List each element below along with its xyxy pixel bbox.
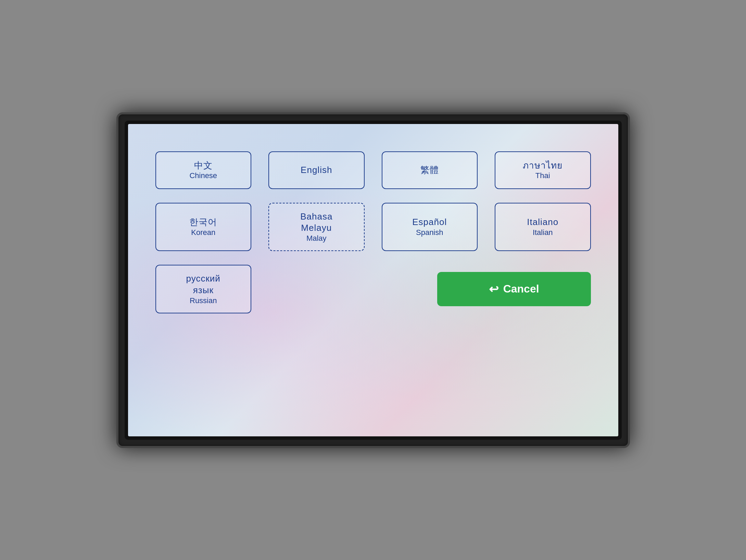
cancel-icon: ↩ [489, 282, 498, 296]
chinese-simplified-native-text: 中文 [194, 160, 213, 172]
language-grid: 中文ChineseEnglish繁體ภาษาไทยThai한국어KoreanBa… [155, 151, 591, 251]
language-button-russian[interactable]: русский язык Russian [155, 265, 252, 313]
cancel-label: Cancel [503, 283, 539, 295]
korean-native-text: 한국어 [189, 216, 217, 228]
italian-english-text: Italian [533, 228, 553, 237]
thai-native-text: ภาษาไทย [523, 160, 562, 172]
language-button-english[interactable]: English [268, 151, 365, 189]
russian-line2: язык [193, 285, 214, 295]
russian-line1: русский [186, 273, 220, 284]
language-button-malay[interactable]: BahasaMelayuMalay [268, 203, 365, 251]
russian-english-text: Russian [190, 296, 217, 305]
monitor-bezel: 中文ChineseEnglish繁體ภาษาไทยThai한국어KoreanBa… [125, 121, 622, 440]
russian-native-text: русский язык [186, 273, 220, 296]
screen: 中文ChineseEnglish繁體ภาษาไทยThai한국어KoreanBa… [128, 124, 618, 436]
bottom-row: русский язык Russian ↩ Cancel [155, 265, 591, 313]
chinese-traditional-native-text: 繁體 [420, 164, 439, 176]
language-button-spanish[interactable]: EspañolSpanish [382, 203, 478, 251]
korean-english-text: Korean [191, 228, 215, 237]
cancel-button[interactable]: ↩ Cancel [437, 272, 591, 306]
spanish-native-text: Español [412, 216, 447, 228]
english-native-text: English [301, 164, 332, 176]
chinese-simplified-english-text: Chinese [189, 171, 217, 180]
spanish-english-text: Spanish [416, 228, 443, 237]
monitor: 中文ChineseEnglish繁體ภาษาไทยThai한국어KoreanBa… [116, 112, 630, 448]
malay-native-text: BahasaMelayu [300, 211, 332, 234]
language-button-italian[interactable]: ItalianoItalian [495, 203, 591, 251]
language-button-korean[interactable]: 한국어Korean [155, 203, 252, 251]
language-button-chinese-traditional[interactable]: 繁體 [382, 151, 478, 189]
italian-native-text: Italiano [527, 216, 558, 228]
language-button-thai[interactable]: ภาษาไทยThai [495, 151, 591, 189]
malay-english-text: Malay [306, 234, 327, 243]
thai-english-text: Thai [535, 171, 550, 180]
language-button-chinese-simplified[interactable]: 中文Chinese [155, 151, 252, 189]
